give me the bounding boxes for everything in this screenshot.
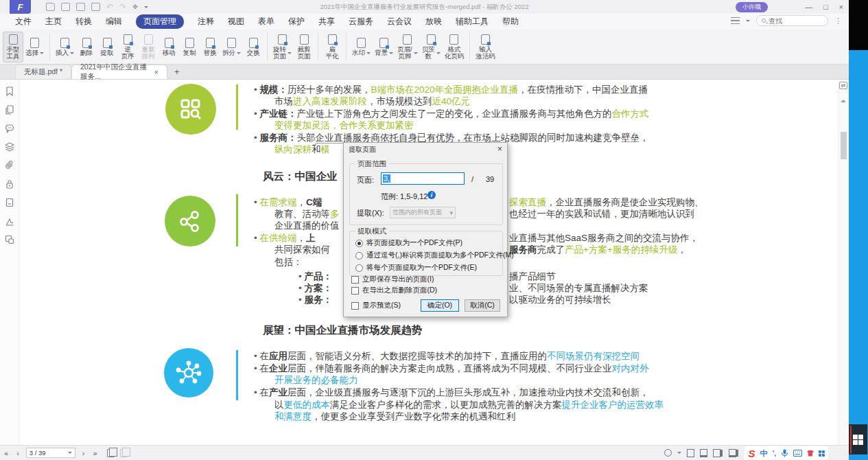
save-icon[interactable] (61, 3, 70, 11)
dialog-close-icon[interactable]: × (497, 144, 502, 154)
search-box[interactable] (756, 15, 828, 26)
tab-untitled[interactable]: 无标题.pdf * (15, 65, 71, 79)
toolbar-layout-icon[interactable] (731, 17, 740, 24)
menu-help[interactable]: 帮助 (502, 16, 519, 27)
menu-present[interactable]: 放映 (425, 16, 442, 27)
swap-view-icon[interactable]: ⇄ (839, 82, 847, 89)
destinations-panel-icon[interactable] (5, 235, 14, 244)
rotate-view-icon[interactable] (664, 449, 672, 457)
minimize-button[interactable]: — (805, 3, 812, 11)
foxit-logo[interactable]: F (10, 0, 31, 14)
sogou-logo-icon[interactable]: S (748, 448, 755, 459)
background-button[interactable]: 背景 (373, 35, 395, 59)
menu-home[interactable]: 主页 (45, 16, 62, 27)
qat-more-caret-icon[interactable] (144, 6, 148, 10)
tab-close-icon[interactable]: × (154, 68, 159, 76)
rotate-pages-button[interactable]: 旋转 页面 (271, 32, 294, 62)
new-tab-button[interactable]: + (174, 67, 180, 77)
radio-each-page-pdf[interactable]: 将每个页面提取为一个PDF文件(E) (355, 263, 477, 273)
hand-tool-button[interactable]: 手型 工具 (3, 32, 23, 62)
scrollbar-thumb[interactable] (841, 132, 847, 159)
ok-button[interactable]: 确定(O) (421, 299, 459, 312)
delete-pages-button[interactable]: 删除 (76, 35, 97, 59)
layers-panel-icon[interactable] (5, 142, 14, 152)
scroll-up-icon[interactable] (841, 97, 846, 102)
dialog-titlebar[interactable]: 提取页面 × (344, 143, 507, 156)
redo-icon[interactable]: ↷ (119, 3, 126, 11)
menu-page-management[interactable]: 页面管理 (136, 14, 184, 29)
menu-comment[interactable]: 注释 (198, 16, 214, 27)
single-page-view-icon[interactable] (687, 449, 694, 457)
windows-start-button[interactable] (849, 424, 867, 455)
mic-icon[interactable] (781, 449, 788, 457)
radio-single-pdf[interactable]: 将页面提取为一个PDF文件(P) (355, 238, 462, 248)
menu-form[interactable]: 表单 (258, 16, 274, 27)
duplicate-pages-button[interactable]: 复制 (179, 35, 200, 59)
close-button[interactable]: × (839, 3, 843, 11)
attachments-panel-icon[interactable] (5, 161, 14, 170)
background-window-blue[interactable] (849, 50, 868, 460)
bookmarks-panel-icon[interactable] (5, 87, 14, 96)
radio-comma-multiple-pdf[interactable]: 通过逗号(,)标识将页面提取为多个PDF文件(M) (355, 251, 514, 260)
next-page-button[interactable]: › (82, 449, 85, 457)
user-account-badge[interactable]: 小许哦 (736, 2, 768, 12)
restore-button[interactable]: □ (823, 3, 828, 11)
chinese-mode-icon[interactable]: 中 (760, 448, 767, 459)
page-thumbnails-icon[interactable] (5, 105, 14, 115)
menu-share[interactable]: 共享 (318, 16, 335, 27)
more-options-icon[interactable]: ⋮ (834, 16, 842, 25)
page-number-input[interactable]: 3 / 39 (26, 448, 75, 458)
format-page-number-button[interactable]: 格式 化页码 (443, 32, 467, 62)
checkbox-delete-after-export[interactable]: 在导出之后删除页面(D) (351, 286, 437, 295)
swap-pages-button[interactable]: 交换 (243, 35, 263, 59)
menu-file[interactable]: 文件 (15, 16, 32, 27)
extract-pages-button[interactable]: 提取 (97, 35, 117, 59)
checkbox-save-exported[interactable]: 立即保存导出的页面(I) (351, 275, 434, 284)
menu-protect[interactable]: 保护 (288, 16, 305, 27)
menu-accessibility[interactable]: 辅助工具 (456, 16, 489, 27)
menu-meeting[interactable]: 云会议 (387, 16, 412, 27)
print-icon[interactable] (76, 3, 85, 11)
signature-panel-icon[interactable] (5, 216, 14, 226)
hand-tool-quick-icon[interactable]: ✥ (132, 3, 138, 10)
crop-pages-button[interactable]: 裁剪 页面 (294, 32, 314, 62)
activation-code-button[interactable]: 输入 激活码 (473, 32, 497, 62)
skin-icon[interactable] (807, 450, 814, 457)
snapshot-icon[interactable] (107, 449, 115, 457)
checkbox-show-preview[interactable]: 显示预览(S) (351, 301, 401, 310)
search-input[interactable] (769, 17, 820, 25)
select-button[interactable]: 选择 (23, 35, 46, 59)
undo-icon[interactable]: ↶ (106, 3, 113, 11)
rotate-view-caret-icon[interactable] (677, 452, 681, 456)
facing-view-icon[interactable] (713, 449, 720, 457)
move-pages-button[interactable]: 移动 (159, 35, 179, 59)
menu-view[interactable]: 视图 (228, 16, 244, 27)
page-range-input[interactable]: 3, (381, 172, 465, 185)
continuous-view-icon[interactable] (700, 449, 707, 457)
flatten-button[interactable]: 扁 平化 (322, 32, 342, 62)
comments-panel-icon[interactable] (5, 124, 14, 133)
security-panel-icon[interactable] (5, 179, 14, 189)
keyboard-icon[interactable] (793, 450, 802, 457)
prev-page-button[interactable]: ‹ (16, 449, 19, 457)
split-document-button[interactable]: 拆分 (220, 35, 243, 59)
fields-panel-icon[interactable] (5, 198, 14, 207)
punctuation-icon[interactable]: ’, (772, 450, 776, 457)
menu-convert[interactable]: 转换 (75, 16, 92, 27)
last-page-button[interactable]: » (93, 449, 97, 457)
cancel-button[interactable]: 取消(C) (465, 299, 500, 312)
menu-edit[interactable]: 编辑 (106, 16, 122, 27)
first-page-button[interactable]: « (4, 449, 8, 457)
toolbox-icon[interactable] (819, 450, 825, 457)
bates-numbering-button[interactable]: 贝茨 数 (420, 32, 443, 62)
menu-cloud[interactable]: 云服务 (349, 16, 373, 27)
replace-pages-button[interactable]: 替换 (200, 35, 220, 59)
new-document-icon[interactable] (91, 3, 100, 11)
facing-continuous-view-icon[interactable] (729, 449, 736, 457)
header-footer-button[interactable]: 页眉/ 页脚 (395, 32, 420, 62)
info-icon[interactable]: i (427, 191, 436, 199)
watermark-button[interactable]: 水印 (350, 35, 373, 59)
open-file-icon[interactable] (46, 3, 55, 11)
toolbar-layout-caret-icon[interactable] (746, 20, 750, 24)
reverse-order-button[interactable]: 逆 页序 (117, 32, 138, 62)
